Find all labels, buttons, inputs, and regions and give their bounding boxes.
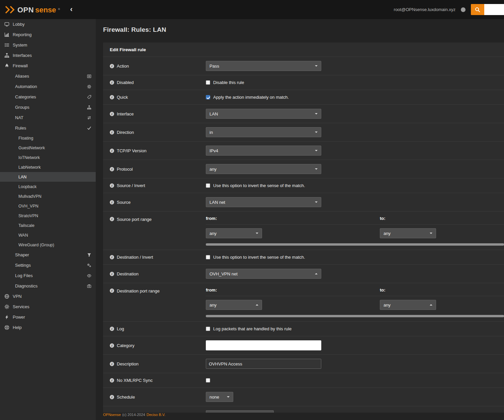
info-icon[interactable]: i <box>110 395 114 399</box>
sidebar-item-services[interactable]: Services <box>0 302 96 312</box>
sidebar-item-rules[interactable]: Rules <box>0 123 96 133</box>
info-icon[interactable]: i <box>110 272 114 276</box>
info-icon[interactable]: i <box>110 112 114 116</box>
search-input[interactable] <box>484 4 504 15</box>
info-icon[interactable]: i <box>110 95 114 99</box>
sidebar-item-stratovpn[interactable]: StratoVPN <box>0 211 96 221</box>
quick-checkbox[interactable] <box>206 95 210 99</box>
direction-select[interactable]: in <box>206 127 321 137</box>
protocol-select[interactable]: any <box>206 164 321 174</box>
app-logo[interactable]: OPNsense® <box>0 5 60 14</box>
source-port-to-select[interactable]: any <box>380 228 436 238</box>
horizontal-scrollbar[interactable] <box>206 243 504 246</box>
category-input[interactable] <box>206 340 321 350</box>
sidebar-item-aliases[interactable]: Aliases <box>0 71 96 81</box>
nav-label: Groups <box>15 105 29 110</box>
field-label: Destination / Invert <box>117 255 153 260</box>
source-select[interactable]: LAN net <box>206 197 321 207</box>
sidebar-item-lobby[interactable]: Lobby <box>0 19 96 29</box>
sidebar-item-loopback[interactable]: Loopback <box>0 182 96 191</box>
nav-label: Lobby <box>13 22 24 27</box>
info-icon[interactable]: i <box>110 217 114 221</box>
field-label: Schedule <box>117 395 135 400</box>
exchange-icon <box>87 115 91 120</box>
sidebar-collapse-button[interactable]: ‹ <box>70 5 72 14</box>
sidebar-item-help[interactable]: Help <box>0 322 96 333</box>
sidebar-item-floating[interactable]: Floating <box>0 133 96 143</box>
info-icon[interactable]: i <box>110 343 114 348</box>
sidebar-item-ovh-vpn[interactable]: OVH_VPN <box>0 201 96 211</box>
info-icon[interactable]: i <box>110 64 114 68</box>
source-port-from-select[interactable]: any <box>206 228 262 238</box>
fire-icon <box>4 63 10 68</box>
sidebar-item-vpn[interactable]: VPN <box>0 291 96 302</box>
chevron-down-icon <box>315 168 318 171</box>
sidebar-item-lan[interactable]: LAN <box>0 172 96 182</box>
horizontal-scrollbar[interactable] <box>206 315 504 317</box>
info-icon[interactable]: i <box>110 200 114 204</box>
gear-icon <box>4 304 10 309</box>
info-icon[interactable]: i <box>110 327 114 331</box>
sidebar-item-categories[interactable]: Categories <box>0 92 96 102</box>
checkbox-label: Use this option to invert the sense of t… <box>213 255 305 260</box>
form-row-category: iCategory <box>103 336 504 355</box>
sidebar-item-diagnostics[interactable]: Diagnostics <box>0 281 96 291</box>
form-row-action: iAction Pass <box>103 57 504 75</box>
checkbox-label: Apply the action immediately on match. <box>213 95 289 100</box>
sidebar-item-mullvadvpn[interactable]: MullvadVPN <box>0 191 96 201</box>
sidebar-item-system[interactable]: System <box>0 40 96 50</box>
sidebar-item-interfaces[interactable]: Interfaces <box>0 50 96 61</box>
info-icon[interactable]: i <box>110 362 114 366</box>
destination-port-from-select[interactable]: any <box>206 300 262 310</box>
action-select[interactable]: Pass <box>206 61 321 71</box>
disabled-checkbox[interactable] <box>206 80 210 85</box>
form-row-destination: iDestination OVH_VPN net <box>103 265 504 283</box>
schedule-select[interactable]: none <box>206 392 233 402</box>
select-value: any <box>209 231 217 236</box>
sidebar-item-labnetwork[interactable]: LabNetwork <box>0 162 96 172</box>
sidebar-item-nat[interactable]: NAT <box>0 112 96 123</box>
field-label: Source / Invert <box>117 183 145 188</box>
sidebar-item-groups[interactable]: Groups <box>0 102 96 112</box>
source-invert-checkbox[interactable] <box>206 183 210 188</box>
footer-brand-link[interactable]: OPNsense <box>103 413 121 417</box>
info-icon[interactable]: i <box>110 130 114 135</box>
sidebar-item-guestnetwork[interactable]: GuestNetwork <box>0 143 96 153</box>
field-label: Quick <box>117 95 128 100</box>
destination-port-to-select[interactable]: any <box>380 300 436 310</box>
sidebar-item-log-files[interactable]: Log Files <box>0 270 96 281</box>
info-icon[interactable]: i <box>110 149 114 153</box>
search-button[interactable] <box>471 4 484 15</box>
sidebar-item-settings[interactable]: Settings <box>0 260 96 270</box>
chevron-down-icon <box>315 201 318 204</box>
nav-label: Floating <box>18 136 33 141</box>
log-checkbox[interactable] <box>206 327 210 331</box>
ip-version-select[interactable]: IPv4 <box>206 146 321 156</box>
sidebar-item-iotnetwork[interactable]: IoTNetwork <box>0 153 96 162</box>
nav-label: WireGuard (Group) <box>18 243 54 247</box>
sidebar-item-firewall[interactable]: Firewall <box>0 61 96 71</box>
description-input[interactable] <box>206 359 321 369</box>
destination-invert-checkbox[interactable] <box>206 255 210 259</box>
status-dot[interactable] <box>461 7 466 12</box>
sidebar-item-tailscale[interactable]: Tailscale <box>0 221 96 230</box>
field-label: Source port range <box>117 217 152 222</box>
info-icon[interactable]: i <box>110 255 114 259</box>
sidebar-item-wan[interactable]: WAN <box>0 230 96 240</box>
sidebar-item-power[interactable]: Power <box>0 312 96 322</box>
sidebar-item-wireguard-group[interactable]: WireGuard (Group) <box>0 240 96 250</box>
info-icon[interactable]: i <box>110 80 114 85</box>
footer-copyright: (c) 2014-2024 <box>122 413 145 417</box>
interface-select[interactable]: LAN <box>206 109 321 119</box>
destination-select[interactable]: OVH_VPN net <box>206 269 321 279</box>
footer-company-link[interactable]: Deciso B.V. <box>147 413 165 417</box>
field-label: Interface <box>117 111 134 116</box>
sidebar-item-automation[interactable]: Automation <box>0 81 96 92</box>
info-icon[interactable]: i <box>110 378 114 383</box>
info-icon[interactable]: i <box>110 183 114 188</box>
info-icon[interactable]: i <box>110 288 114 293</box>
no-xmlrpc-checkbox[interactable] <box>206 378 210 383</box>
sidebar-item-shaper[interactable]: Shaper <box>0 250 96 260</box>
info-icon[interactable]: i <box>110 167 114 171</box>
sidebar-item-reporting[interactable]: Reporting <box>0 29 96 40</box>
